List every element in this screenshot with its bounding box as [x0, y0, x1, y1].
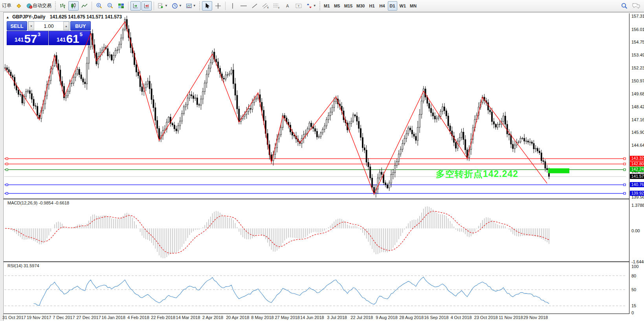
price-tick: 148.420 [631, 104, 644, 109]
date-label: 27 Dec 2017 [76, 315, 101, 320]
price-tick: 157.310 [631, 14, 644, 18]
macd-axis-tick: -1.6446 [631, 259, 644, 264]
chart-shift-icon [143, 3, 150, 9]
date-label: 3 Jul 2018 [327, 315, 347, 320]
price-tick: 145.900 [631, 130, 644, 135]
pane-separator [4, 314, 629, 314]
crosshair-button[interactable] [213, 1, 223, 11]
fibonacci-button[interactable]: F [272, 1, 282, 11]
main-toolbar: 订单 自动交易 ▼ ▼ ▼ [0, 0, 644, 12]
text-label-icon: T [295, 3, 302, 9]
timeframe-m1-button[interactable]: M1 [322, 1, 332, 11]
rsi-axis-tick: 0 [631, 310, 634, 315]
search-button[interactable] [619, 1, 629, 11]
templates-button[interactable]: ▼ [184, 1, 198, 11]
price-line-badge: 143.323 [630, 156, 644, 161]
main-chart-svg[interactable] [4, 13, 629, 199]
chat-button[interactable] [630, 1, 642, 11]
toolbar-grip[interactable] [319, 2, 321, 10]
date-label: 22 Jul 2018 [350, 315, 373, 320]
rsi-axis-tick: 15 [631, 303, 636, 308]
rsi-pane-svg[interactable] [4, 262, 629, 314]
candlestick-chart-button[interactable] [68, 1, 79, 11]
dropdown-caret: ▼ [165, 4, 168, 7]
timeframe-label: M1 [324, 4, 330, 8]
tile-windows-icon [118, 3, 124, 9]
date-label: 19 Nov 2017 [27, 315, 51, 320]
price-tick: 149.680 [631, 91, 644, 96]
text-label-button[interactable]: T [294, 1, 304, 11]
chart-shift-button[interactable] [141, 1, 152, 11]
timeframe-h1-button[interactable]: H1 [367, 1, 377, 11]
timeframe-label: W1 [400, 4, 406, 8]
new-order-label: 订单 [2, 2, 11, 9]
price-tick: 154.755 [631, 40, 644, 44]
date-label: 23 Oct 2018 [474, 315, 498, 320]
favorites-button[interactable] [14, 1, 24, 11]
timeframe-m15-button[interactable]: M15 [343, 1, 354, 11]
vertical-line-icon [230, 3, 235, 9]
vertical-line-button[interactable] [228, 1, 238, 11]
timeframe-d1-button[interactable]: D1 [388, 1, 397, 11]
dropdown-caret: ▼ [179, 4, 182, 7]
toolbar-grip[interactable] [54, 2, 56, 10]
new-order-button[interactable]: 订单 [0, 1, 13, 11]
horizontal-line-button[interactable] [239, 1, 249, 11]
trendline-button[interactable] [250, 1, 260, 11]
rsi-axis-tick: 100 [631, 264, 638, 269]
timeframe-label: M30 [356, 4, 365, 8]
auto-scroll-button[interactable] [130, 1, 141, 11]
autotrading-label: 自动交易 [33, 2, 51, 9]
date-label: 27 May 2018 [275, 315, 300, 320]
periods-button[interactable]: ▼ [170, 1, 183, 11]
toolbar-separator [154, 2, 154, 10]
macd-pane-svg[interactable] [4, 199, 629, 261]
indicators-icon [158, 3, 164, 9]
timeframe-m5-button[interactable]: M5 [332, 1, 342, 11]
equidistant-channel-button[interactable]: E [261, 1, 271, 11]
timeframe-w1-button[interactable]: W1 [398, 1, 408, 11]
arrows-button[interactable]: ▼ [305, 1, 318, 11]
text-button[interactable]: A [283, 1, 293, 11]
bar-chart-button[interactable] [57, 1, 68, 11]
timeframe-mn-button[interactable]: MN [408, 1, 418, 11]
price-line-badge: 142.242 [630, 167, 644, 172]
timeframe-h4-button[interactable]: H4 [378, 1, 387, 11]
arrows-icon [306, 3, 312, 9]
zoom-in-button[interactable] [94, 1, 104, 11]
auto-scroll-icon [132, 3, 139, 9]
autotrading-button[interactable]: 自动交易 [25, 1, 53, 11]
price-line-badge: 140.763 [630, 182, 644, 187]
window-frame [0, 12, 3, 321]
indicators-button[interactable]: ▼ [156, 1, 169, 11]
crosshair-icon [215, 3, 221, 9]
svg-text:F: F [278, 7, 280, 9]
timeframe-m30-button[interactable]: M30 [355, 1, 366, 11]
tile-windows-button[interactable] [116, 1, 126, 11]
chart-window[interactable]: ▲ GBPJPY-,Daily 141.625 141.675 141.571 … [3, 12, 644, 321]
equidistant-channel-icon: E [262, 3, 269, 9]
timeframe-label: M5 [334, 4, 340, 8]
cursor-icon [204, 3, 210, 9]
date-label: 4 Oct 2018 [451, 315, 472, 320]
yellow-diamond-icon [16, 3, 22, 9]
date-label: 7 Dec 2017 [53, 315, 75, 320]
date-label: 22 Feb 2018 [151, 315, 175, 320]
date-label: 31 Oct 2017 [2, 315, 26, 320]
date-label: 20 Apr 2018 [226, 315, 249, 320]
macd-axis-tick: 1.3788 [631, 203, 644, 208]
date-label: 4 Feb 2018 [127, 315, 149, 320]
toolbar-separator [92, 2, 92, 10]
price-tick: 144.640 [631, 143, 644, 148]
zoom-out-button[interactable] [105, 1, 115, 11]
date-label: 16 Sep 2018 [424, 315, 448, 320]
cursor-button[interactable] [202, 1, 212, 11]
rsi-line [34, 277, 549, 306]
clock-icon [172, 3, 178, 9]
toolbar-grip[interactable] [199, 2, 201, 10]
timeframe-label: M15 [344, 4, 352, 8]
svg-text:E: E [267, 6, 269, 9]
price-tick: 156.015 [631, 27, 644, 32]
line-chart-button[interactable] [79, 1, 90, 11]
price-tick: 150.975 [631, 78, 644, 83]
